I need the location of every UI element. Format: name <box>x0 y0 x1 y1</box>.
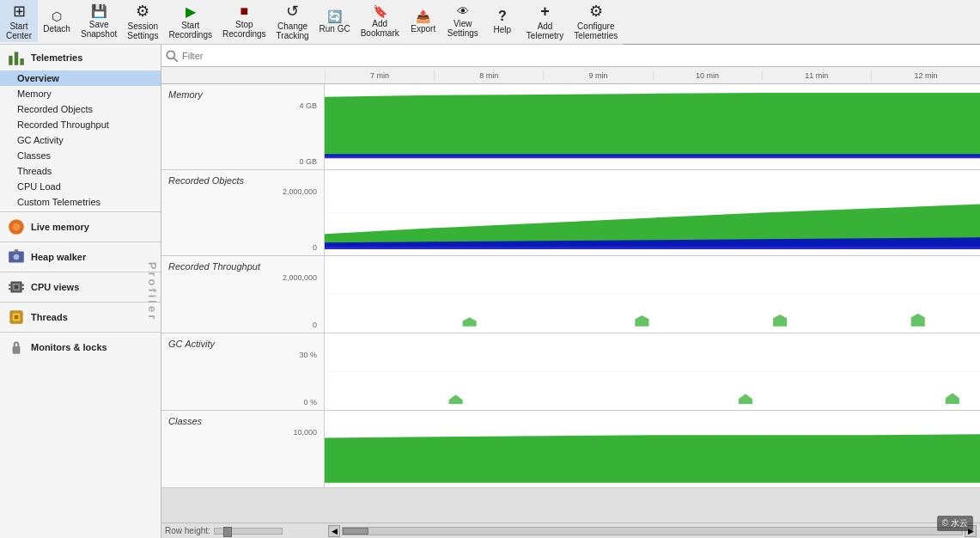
help-icon: ? <box>498 9 507 24</box>
sidebar-item-recorded-throughput[interactable]: Recorded Throughput <box>0 117 161 132</box>
start-center-label: StartCenter <box>6 21 32 40</box>
cpu-views-icon <box>7 278 26 297</box>
svg-point-19 <box>167 51 174 58</box>
gc-activity-chart-canvas[interactable] <box>325 333 980 410</box>
recorded-objects-chart-canvas[interactable] <box>325 170 980 255</box>
add-telemetry-button[interactable]: + AddTelemetry <box>521 0 569 42</box>
sidebar-section-monitors[interactable]: Monitors & locks <box>0 334 161 360</box>
recorded-throughput-chart-canvas[interactable] <box>325 256 980 333</box>
change-tracking-button[interactable]: ↺ ChangeTracking <box>271 0 314 42</box>
sidebar-item-threads[interactable]: Threads <box>0 163 161 179</box>
recorded-throughput-chart-title: Recorded Throughput <box>165 260 320 273</box>
filter-input[interactable] <box>182 51 977 61</box>
sidebar-divider-1 <box>0 211 161 212</box>
detach-icon: ⬡ <box>52 9 62 23</box>
sidebar-item-recorded-objects[interactable]: Recorded Objects <box>0 101 161 117</box>
add-telemetry-label: AddTelemetry <box>527 21 563 40</box>
time-tick-7min: 7 min <box>325 70 434 82</box>
scroll-track[interactable] <box>342 527 963 535</box>
sidebar-section-threads[interactable]: Threads <box>0 304 161 330</box>
detach-button[interactable]: ⬡ Detach <box>38 0 76 42</box>
start-recordings-button[interactable]: ▶ StartRecordings <box>163 0 217 42</box>
sidebar-item-custom-telemetries[interactable]: Custom Telemetries <box>0 194 161 210</box>
classes-chart-label: Classes 10,000 <box>161 411 325 487</box>
time-axis: 7 min 8 min 9 min 10 min 11 min 12 min <box>161 67 980 84</box>
sidebar-section-telemetries[interactable]: Telemetries <box>0 45 161 70</box>
recorded-throughput-chart-label: Recorded Throughput 2,000,000 0 <box>161 256 325 333</box>
change-tracking-icon: ↺ <box>286 2 299 21</box>
time-tick-12min: 12 min <box>871 70 980 82</box>
row-height-slider[interactable] <box>214 528 283 535</box>
monitors-title: Monitors & locks <box>31 342 107 352</box>
export-button[interactable]: 📤 Export <box>405 0 442 42</box>
time-tick-10min: 10 min <box>653 70 762 82</box>
telemetries-title: Telemetries <box>31 52 82 63</box>
recorded-objects-chart-label: Recorded Objects 2,000,000 0 <box>161 170 325 255</box>
add-bookmark-label: AddBookmark <box>361 19 399 38</box>
telemetries-icon <box>7 48 26 67</box>
save-snapshot-button[interactable]: 💾 SaveSnapshot <box>76 0 122 42</box>
svg-rect-12 <box>9 288 10 290</box>
gc-activity-y-max: 30 % <box>299 351 317 359</box>
add-telemetry-icon: + <box>540 3 550 21</box>
watermark: © 水云 <box>937 516 973 531</box>
threads-section-icon <box>7 308 26 327</box>
session-settings-button[interactable]: ⚙ SessionSettings <box>122 0 163 42</box>
sidebar-divider-4 <box>0 302 161 303</box>
svg-rect-0 <box>9 56 12 65</box>
row-height-section: Row height: <box>165 526 328 535</box>
sidebar-item-gc-activity[interactable]: GC Activity <box>0 132 161 148</box>
sidebar-section-live-memory[interactable]: Live memory <box>0 214 161 240</box>
configure-telemetries-icon: ⚙ <box>589 2 603 21</box>
sidebar-divider-3 <box>0 272 161 272</box>
configure-telemetries-button[interactable]: ⚙ ConfigureTelemetries <box>569 0 623 42</box>
help-button[interactable]: ? Help <box>484 0 521 42</box>
sidebar-item-cpu-load[interactable]: CPU Load <box>0 179 161 194</box>
sidebar-section-heap-walker[interactable]: Heap walker <box>0 244 161 270</box>
scroll-left-arrow[interactable]: ◀ <box>328 525 340 537</box>
svg-rect-14 <box>22 288 24 290</box>
export-icon: 📤 <box>416 9 430 23</box>
sidebar-item-overview[interactable]: Overview <box>0 70 161 86</box>
time-tick-11min: 11 min <box>762 70 871 82</box>
recorded-objects-y-min: 0 <box>313 243 317 252</box>
memory-y-max: 4 GB <box>299 101 317 110</box>
live-memory-title: Live memory <box>31 222 89 232</box>
start-center-icon: ⊞ <box>13 2 26 21</box>
run-gc-button[interactable]: 🔄 Run GC <box>314 0 356 42</box>
sidebar-item-classes[interactable]: Classes <box>0 148 161 163</box>
memory-chart-canvas[interactable] <box>325 84 980 169</box>
svg-rect-29 <box>325 256 980 333</box>
svg-line-20 <box>173 58 178 62</box>
stop-recordings-icon: ■ <box>240 3 248 19</box>
toolbar-session-section: ⊞ StartCenter ⬡ Detach 💾 SaveSnapshot ⚙ … <box>0 0 163 44</box>
configure-telemetries-label: ConfigureTelemetries <box>574 21 618 40</box>
row-height-thumb[interactable] <box>223 527 232 537</box>
detach-label: Detach <box>43 24 70 34</box>
recorded-throughput-chart-row: Recorded Throughput 2,000,000 0 <box>161 256 980 333</box>
monitors-icon <box>7 338 26 357</box>
start-center-button[interactable]: ⊞ StartCenter <box>0 0 38 42</box>
add-bookmark-button[interactable]: 🔖 AddBookmark <box>356 0 405 42</box>
scrollbar-area: Row height: ◀ ▶ <box>161 523 980 538</box>
view-settings-button[interactable]: 👁 ViewSettings <box>442 0 484 42</box>
help-label: Help <box>494 25 512 34</box>
main-layout: Telemetries Overview Memory Recorded Obj… <box>0 45 980 538</box>
row-height-label: Row height: <box>165 526 210 535</box>
change-tracking-label: ChangeTracking <box>277 21 309 40</box>
save-snapshot-label: SaveSnapshot <box>81 20 117 39</box>
recorded-throughput-y-labels: 2,000,000 0 <box>165 273 320 329</box>
sidebar-section-cpu-views[interactable]: CPU views <box>0 274 161 300</box>
session-settings-icon: ⚙ <box>136 2 149 21</box>
stop-recordings-button[interactable]: ■ StopRecordings <box>217 0 271 42</box>
threads-section-title: Threads <box>31 312 68 322</box>
content-area: 7 min 8 min 9 min 10 min 11 min 12 min M… <box>161 45 980 538</box>
gc-activity-y-labels: 30 % 0 % <box>165 351 320 407</box>
classes-y-max: 10,000 <box>293 428 317 437</box>
svg-marker-42 <box>325 434 980 483</box>
chart-area[interactable]: 7 min 8 min 9 min 10 min 11 min 12 min M… <box>161 67 980 523</box>
classes-chart-canvas[interactable] <box>325 411 980 487</box>
svg-rect-13 <box>22 284 24 286</box>
sidebar-item-memory[interactable]: Memory <box>0 86 161 101</box>
scroll-thumb[interactable] <box>343 528 368 535</box>
